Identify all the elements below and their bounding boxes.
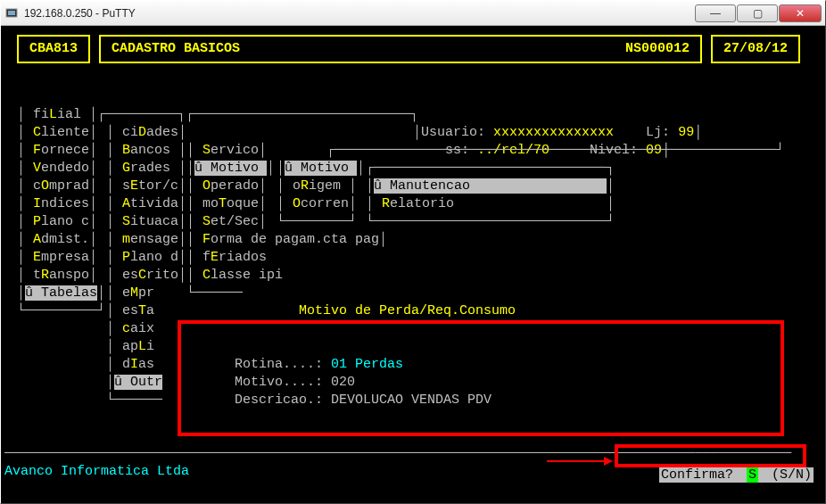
putty-window: 192.168.0.250 - PuTTY — ▢ ✕ CBA813 CADAS… — [0, 0, 826, 504]
header-code: CBA813 — [17, 35, 90, 63]
menu2-item[interactable]: │ Grades │ — [106, 160, 186, 178]
userbox-border: ┌───────────────────────────────────────… — [270, 142, 784, 160]
header-date: 27/08/12 — [711, 35, 800, 63]
menu4-item[interactable]: │û Motivo │ — [277, 160, 365, 178]
highlight-confirm-box — [615, 444, 806, 467]
menu5-item[interactable]: │ Relatorio │ — [366, 195, 615, 213]
annotation-arrow — [547, 453, 613, 471]
menu3-item[interactable]: │ Classe ipi — [186, 267, 283, 285]
menu1-item[interactable]: │ tRanspo│ — [17, 267, 97, 285]
menu2-item[interactable]: │ Bancos │ — [106, 142, 186, 160]
menu1-item[interactable]: │ Vendedo│ — [17, 160, 97, 178]
menu1-item-selected[interactable]: │û Tabelas│ — [17, 285, 105, 302]
menu1-item[interactable]: │ fiLial │┌─────────┐┌──────────────────… — [17, 106, 418, 124]
menu4-border: └────────┘ — [277, 213, 357, 231]
menu2-item[interactable]: │ Situaca│ — [106, 213, 186, 231]
menu1-item[interactable]: │ Empresa│ — [17, 249, 97, 267]
menu2-item[interactable]: │ dIas — [106, 356, 154, 374]
menu2-item-selected[interactable]: │û Outr — [106, 374, 162, 392]
maximize-button[interactable]: ▢ — [737, 4, 778, 22]
putty-icon — [4, 6, 19, 21]
footer-company: Avanco Informatica Ltda — [4, 463, 189, 481]
menu3-item[interactable]: │ Operado│ — [186, 178, 267, 195]
svg-rect-1 — [8, 11, 15, 15]
header-ns: NS000012 — [625, 40, 690, 58]
header-row: CBA813 CADASTRO BASICOS NS000012 27/08/1… — [17, 35, 800, 63]
menu3-item[interactable]: │ Forma de pagam.cta pag│ — [186, 231, 387, 249]
menu2-item[interactable]: │ caix — [106, 320, 154, 338]
menu2-item[interactable]: │ ciDades│ — [106, 124, 186, 142]
menu2-item[interactable]: │ esCrito│ — [106, 267, 186, 285]
menu3-item[interactable]: │ moToque│ — [186, 195, 267, 213]
menu1-item[interactable]: │ Plano c│ — [17, 213, 97, 231]
menu4-item[interactable]: │ Ocorren│ — [277, 195, 357, 213]
menu2-item[interactable]: │ Ativida│ — [106, 195, 186, 213]
menu1-border: └─────────┘ — [17, 302, 105, 320]
menu2-item[interactable]: │ Plano d│ — [106, 249, 186, 267]
menu2-item[interactable]: │ sEtor/c│ — [106, 178, 186, 195]
menu2-item[interactable]: │ eMpr — [106, 285, 154, 302]
menu2-item[interactable]: │ apLi — [106, 338, 154, 356]
terminal: CBA813 CADASTRO BASICOS NS000012 27/08/1… — [1, 26, 825, 503]
confirm-value[interactable]: S — [747, 467, 758, 483]
close-button[interactable]: ✕ — [779, 4, 822, 22]
menu3-item[interactable]: │ Servico│ — [186, 142, 267, 160]
menu1-item[interactable]: │ Admist.│ — [17, 231, 97, 249]
menu2-item[interactable]: │ esTa — [106, 302, 154, 320]
menu3-border: └────── — [186, 285, 243, 302]
menu5-border: └─────────────────────────────┘ — [366, 213, 615, 231]
menu1-item[interactable]: │ Fornece│ — [17, 142, 97, 160]
menu1-item[interactable]: │ cOmprad│ — [17, 178, 97, 195]
formbox-title: Motivo de Perda/Req.Consumo — [299, 302, 516, 320]
menu3-item[interactable]: │ Set/Sec│ — [186, 213, 267, 231]
menu1-item[interactable]: │ Cliente│ — [17, 124, 97, 142]
header-title-box: CADASTRO BASICOS NS000012 — [99, 35, 702, 63]
highlight-form-box — [178, 320, 784, 436]
menu2-border: └────── — [106, 392, 162, 409]
menu2-item[interactable]: │ mensage│ — [106, 231, 186, 249]
menu3-item-selected[interactable]: │û Motivo │ — [186, 160, 275, 178]
menu3-item[interactable]: │ fEriados — [186, 249, 267, 267]
header-title: CADASTRO BASICOS — [112, 40, 240, 58]
minimize-button[interactable]: — — [695, 4, 736, 22]
titlebar: 192.168.0.250 - PuTTY — ▢ ✕ — [1, 1, 825, 26]
menu1-item[interactable]: │ Indices│ — [17, 195, 97, 213]
window-title: 192.168.0.250 - PuTTY — [24, 7, 136, 20]
menu4-item[interactable]: │ oRigem │ — [277, 178, 357, 195]
menu5-item-selected[interactable]: │û Manutencao │ — [366, 178, 615, 195]
